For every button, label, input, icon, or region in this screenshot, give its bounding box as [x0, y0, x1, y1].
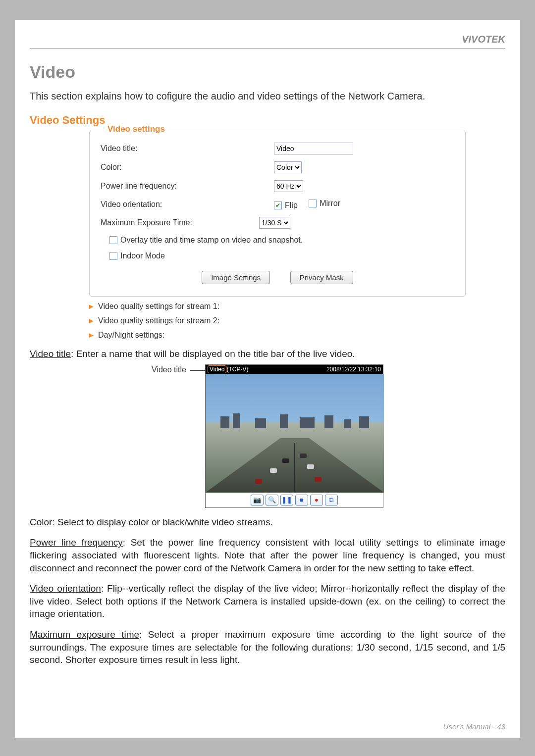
max-exposure-label: Maximum Exposure Time: [101, 218, 274, 227]
link-label: Day/Night settings: [98, 331, 164, 340]
brand-header: VIVOTEK [30, 34, 505, 49]
video-title-input[interactable] [274, 143, 353, 154]
pause-icon[interactable]: ❚❚ [280, 495, 293, 505]
checkbox-icon [109, 236, 117, 244]
plf-select[interactable]: 60 Hz [274, 180, 303, 192]
privacy-mask-button[interactable]: Privacy Mask [290, 271, 353, 284]
link-label: Video quality settings for stream 2: [98, 316, 219, 325]
preview-controls: 📷 🔍 ❚❚ ■ ● ⧉ [206, 493, 383, 507]
popout-icon[interactable]: ⧉ [325, 495, 338, 505]
color-select[interactable]: Color [274, 161, 302, 173]
max-exposure-select[interactable]: 1/30 S [259, 217, 290, 229]
flip-label: Flip [285, 201, 298, 210]
video-title-label: Video title: [101, 144, 274, 153]
stream1-link[interactable]: ▸ Video quality settings for stream 1: [89, 302, 505, 311]
preview-image [206, 374, 384, 493]
mirror-label: Mirror [320, 199, 340, 208]
para-video-title: Video title: Enter a name that will be d… [30, 348, 505, 360]
indoor-checkbox[interactable]: Indoor Mode [109, 252, 165, 260]
overlay-label: Overlay title and time stamp on video an… [120, 236, 303, 245]
intro-text: This section explains how to cofigure th… [30, 91, 505, 102]
plf-label: Power line frequency: [101, 182, 274, 191]
daynight-link[interactable]: ▸ Day/Night settings: [89, 330, 505, 340]
mirror-checkbox[interactable]: Mirror [309, 199, 340, 208]
page-title: Video [30, 62, 505, 82]
checkbox-icon [109, 252, 117, 260]
link-label: Video quality settings for stream 1: [98, 302, 219, 311]
stop-icon[interactable]: ■ [295, 495, 308, 505]
checkbox-icon [274, 202, 282, 209]
para-plf: Power line frequency: Set the power line… [30, 536, 505, 574]
chevron-right-icon: ▸ [89, 302, 93, 311]
para-orientation: Video orientation: Flip--vertically refl… [30, 582, 505, 620]
orientation-label: Video orientation: [101, 200, 274, 209]
record-icon[interactable]: ● [310, 495, 323, 505]
para-color: Color: Select to display color or black/… [30, 516, 505, 529]
page-footer: User's Manual - 43 [443, 722, 505, 731]
zoom-icon[interactable]: 🔍 [266, 495, 278, 505]
video-settings-panel: Video settings Video title: Color: Color… [89, 130, 466, 297]
preview-title-boxed: Video [208, 365, 226, 373]
chevron-right-icon: ▸ [89, 330, 93, 340]
para-max-exposure: Maximum exposure time: Select a proper m… [30, 628, 505, 666]
stream2-link[interactable]: ▸ Video quality settings for stream 2: [89, 316, 505, 325]
preview-caption: Video title [152, 364, 186, 374]
preview-protocol: (TCP-V) [226, 366, 248, 373]
checkbox-icon [309, 200, 317, 207]
preview-timestamp: 2008/12/22 13:32:10 [326, 366, 381, 373]
callout-line [190, 370, 205, 371]
video-preview: Video(TCP-V) 2008/12/22 13:32:10 [205, 364, 383, 508]
chevron-right-icon: ▸ [89, 316, 93, 325]
flip-checkbox[interactable]: Flip [274, 201, 298, 210]
panel-legend: Video settings [105, 124, 168, 134]
snapshot-icon[interactable]: 📷 [251, 495, 264, 505]
indoor-label: Indoor Mode [120, 252, 165, 260]
color-label: Color: [101, 163, 274, 172]
image-settings-button[interactable]: Image Settings [202, 271, 270, 284]
overlay-checkbox[interactable]: Overlay title and time stamp on video an… [109, 236, 303, 245]
section-heading: Video Settings [30, 114, 505, 127]
